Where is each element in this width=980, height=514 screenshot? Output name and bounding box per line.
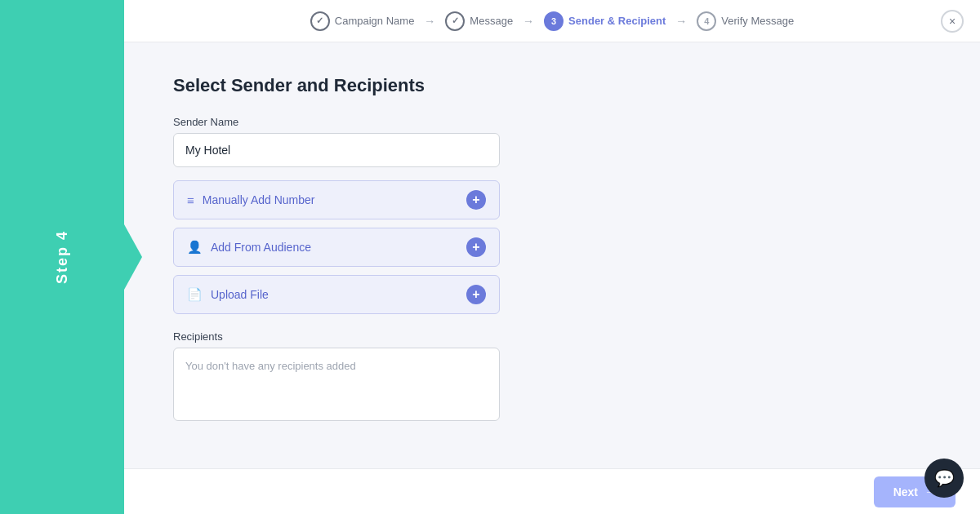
recipients-box: You don't have any recipients added	[173, 348, 500, 421]
step-label-campaign: Campaign Name	[335, 15, 415, 27]
step-campaign-name: ✓ Campaign Name	[310, 11, 415, 31]
chat-icon: 💬	[934, 468, 955, 488]
list-icon: ≡	[187, 193, 194, 207]
next-label: Next	[893, 485, 918, 498]
step-label-verify: Verify Message	[721, 15, 794, 27]
step-circle-message: ✓	[445, 11, 465, 31]
main-content: ✓ Campaign Name → ✓ Message → 3 Sender &…	[124, 0, 980, 514]
arrow-3: →	[675, 15, 687, 28]
manually-add-label: Manually Add Number	[203, 193, 315, 206]
content-area: Select Sender and Recipients Sender Name…	[124, 42, 980, 468]
option-left-manually: ≡ Manually Add Number	[187, 193, 315, 207]
stepper: ✓ Campaign Name → ✓ Message → 3 Sender &…	[124, 0, 980, 42]
recipients-label: Recipients	[173, 330, 931, 343]
arrow-1: →	[424, 15, 435, 28]
audience-icon: 👤	[187, 240, 203, 255]
add-from-audience-button[interactable]: 👤 Add From Audience +	[173, 228, 500, 267]
manually-add-number-button[interactable]: ≡ Manually Add Number +	[173, 180, 500, 219]
step-circle-campaign: ✓	[310, 11, 330, 31]
sidebar-step-label: Step 4	[54, 230, 71, 284]
upload-file-label: Upload File	[211, 288, 269, 301]
step-verify-message: 4 Verify Message	[697, 11, 794, 31]
recipients-placeholder-text: You don't have any recipients added	[185, 360, 356, 372]
sender-name-input[interactable]	[173, 133, 500, 167]
sender-name-label: Sender Name	[173, 116, 931, 128]
sidebar: Step 4	[0, 0, 124, 514]
option-left-audience: 👤 Add From Audience	[187, 240, 311, 255]
plus-icon-manually: +	[466, 190, 486, 210]
stepper-steps: ✓ Campaign Name → ✓ Message → 3 Sender &…	[310, 11, 794, 31]
sidebar-arrow	[124, 224, 142, 290]
step-circle-sender: 3	[544, 11, 564, 31]
file-icon: 📄	[187, 287, 203, 302]
option-left-upload: 📄 Upload File	[187, 287, 269, 302]
page-title: Select Sender and Recipients	[173, 75, 931, 96]
recipients-section: Recipients You don't have any recipients…	[173, 330, 931, 421]
arrow-2: →	[523, 15, 534, 28]
step-circle-verify: 4	[697, 11, 716, 31]
step-label-sender: Sender & Recipient	[568, 15, 666, 27]
chat-bubble-button[interactable]: 💬	[924, 459, 964, 498]
step-message: ✓ Message	[445, 11, 513, 31]
step-sender-recipient: 3 Sender & Recipient	[544, 11, 666, 31]
footer: Next →	[124, 468, 980, 514]
options-group: ≡ Manually Add Number + 👤 Add From Audie…	[173, 180, 500, 314]
close-button[interactable]: ×	[941, 10, 964, 33]
step-label-message: Message	[470, 15, 513, 27]
add-audience-label: Add From Audience	[211, 241, 311, 254]
plus-icon-upload: +	[466, 285, 486, 304]
upload-file-button[interactable]: 📄 Upload File +	[173, 275, 500, 314]
plus-icon-audience: +	[466, 237, 486, 257]
